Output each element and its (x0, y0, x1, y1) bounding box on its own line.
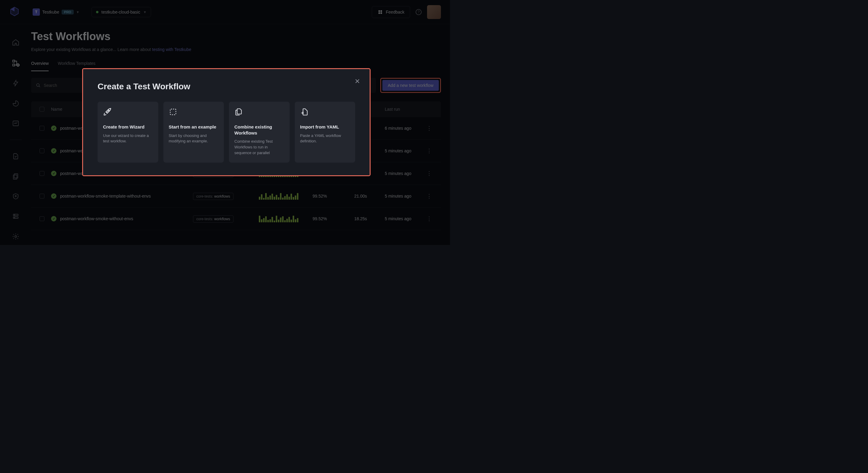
card-yaml[interactable]: Import from YAML Paste a YAML workflow d… (295, 102, 355, 163)
close-icon[interactable]: ✕ (354, 77, 360, 86)
documents-icon (235, 108, 243, 116)
card-desc: Combine existing Test Workflows to run i… (235, 139, 284, 156)
modal-highlight: ✕ Create a Test Workflow Create from Wiz… (82, 68, 371, 176)
card-desc: Paste a YAML workflow definition. (300, 133, 350, 144)
import-icon (300, 108, 309, 116)
card-desc: Start by choosing and modifying an examp… (169, 133, 219, 144)
svg-point-17 (108, 110, 109, 111)
rocket-icon (103, 108, 112, 116)
card-title: Start from an example (169, 124, 219, 130)
card-wizard[interactable]: Create from Wizard Use our wizard to cre… (98, 102, 158, 163)
card-combine[interactable]: Combine existing Workflows Combine exist… (229, 102, 290, 163)
card-title: Create from Wizard (103, 124, 153, 130)
card-title: Combine existing Workflows (235, 124, 284, 136)
svg-rect-18 (170, 109, 176, 115)
card-example[interactable]: Start from an example Start by choosing … (163, 102, 224, 163)
modal-title: Create a Test Workflow (98, 82, 355, 92)
card-title: Import from YAML (300, 124, 350, 130)
select-icon (169, 108, 177, 116)
create-workflow-modal: ✕ Create a Test Workflow Create from Wiz… (83, 69, 370, 175)
modal-card-grid: Create from Wizard Use our wizard to cre… (98, 102, 355, 163)
card-desc: Use our wizard to create a test workflow… (103, 133, 153, 144)
